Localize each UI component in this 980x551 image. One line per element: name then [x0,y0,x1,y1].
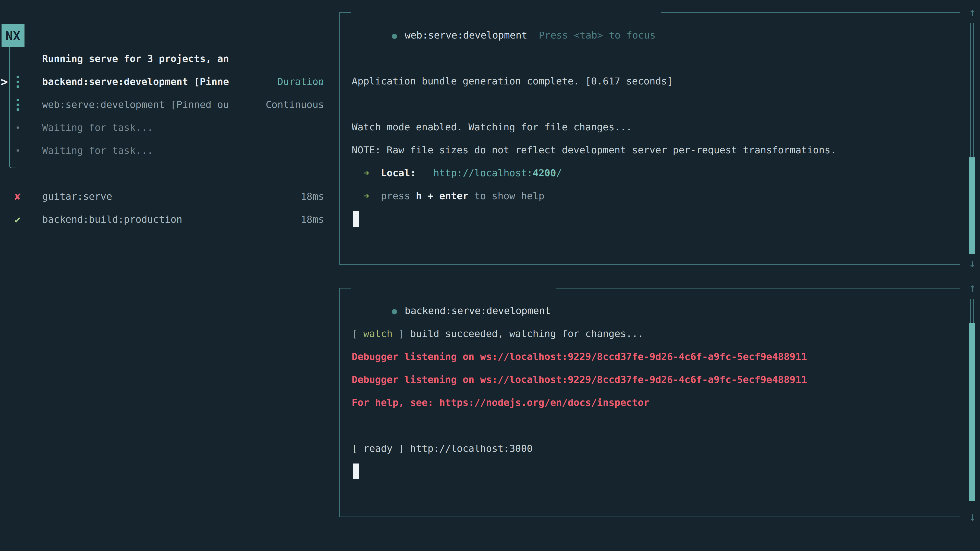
task-list-header: Running serve for 3 projects, an Duratio… [0,24,339,47]
terminal-text-segment [352,167,363,179]
terminal-text-segment: h + enter [416,190,469,202]
task-row[interactable]: ✘guitar:serve18ms [0,185,339,208]
terminal-text-segment: build succeeded, watching for changes... [410,328,644,339]
terminal-text-segment: http://localhost: [433,167,533,179]
terminal-cursor [353,464,359,479]
panel-title: ●web:serve:developmentPress <tab> to foc… [351,1,661,24]
focus-hint: Press <tab> to focus [539,30,655,41]
terminal-panel-web-serve[interactable]: ●web:serve:developmentPress <tab> to foc… [339,12,960,265]
terminal-text-segment: to show help [469,190,544,202]
task-row[interactable]: Waiting for task... [0,139,339,162]
scroll-down-icon[interactable]: ↓ [965,505,980,528]
scroll-up-icon[interactable]: ↑ [965,276,980,299]
spinner-dot [17,103,19,106]
task-duration: Continuous [266,93,324,116]
task-row[interactable]: web:serve:development [Pinned ouContinuo… [0,93,339,116]
failed-icon: ✘ [13,185,22,208]
terminal-text-segment: ➜ [363,190,369,202]
terminal-text-segment: 4200 [533,167,556,179]
terminal-line: NOTE: Raw file sizes do not reflect deve… [340,138,947,162]
terminal-text-segment: / [556,167,562,179]
terminal-line: ➜ press h + enter to show help [340,184,947,207]
waiting-dot [17,127,19,129]
task-list-title: Running serve for 3 projects, an [42,47,229,70]
spinner-dot [17,76,19,78]
terminal-line: Debugger listening on ws://localhost:922… [340,345,947,368]
scrollbar-track[interactable] [970,23,974,157]
task-duration: 18ms [301,208,324,231]
terminal-text-segment: Local: [381,167,416,179]
terminal-text-segment [416,167,434,179]
terminal-line: Debugger listening on ws://localhost:922… [340,368,947,391]
terminal-text-segment: For help, see: https://nodejs.org/en/doc… [352,397,649,408]
task-row[interactable]: Waiting for task... [0,116,339,139]
terminal-text-segment: watch [363,328,393,339]
waiting-icon [13,139,22,162]
scroll-down-icon[interactable]: ↓ [965,251,980,275]
terminal-line [340,460,947,483]
terminal-text-segment: ] [393,328,410,339]
terminal-line: For help, see: https://nodejs.org/en/doc… [340,391,947,414]
nx-tui-app: NX Running serve for 3 projects, an Dura… [0,0,980,551]
terminal-text-segment [369,167,381,179]
task-name: guitar:serve [42,185,112,208]
running-icon [13,93,22,116]
spinner-dot [17,99,19,101]
task-list-pane: NX Running serve for 3 projects, an Dura… [0,0,339,551]
task-name: web:serve:development [Pinned ou [42,93,229,116]
panel-title: ●backend:serve:development [351,276,556,299]
panel-title-text: web:serve:development [405,30,527,41]
success-icon: ✔ [13,208,22,231]
task-row[interactable]: ✔backend:build:production18ms [0,208,339,231]
task-row[interactable]: >backend:serve:development [Pinne... [0,70,339,93]
terminal-panel-backend-serve[interactable]: ●backend:serve:development [ watch ] bui… [339,288,960,517]
terminal-line [340,207,947,230]
terminal-text-segment: [ [352,328,363,339]
terminal-text-segment: ➜ [363,167,369,179]
terminal-text-segment: Debugger listening on ws://localhost:922… [352,374,807,385]
terminal-line: Watch mode enabled. Watching for file ch… [340,116,947,138]
selected-caret-icon: > [0,70,8,93]
panel-title-text: backend:serve:development [405,305,551,316]
terminal-line: Application bundle generation complete. … [340,70,947,93]
terminal-text-segment: Application bundle generation complete. … [352,76,673,87]
terminal-text-segment: Watch mode enabled. Watching for file ch… [352,121,632,133]
terminal-text-segment: Debugger listening on ws://localhost:922… [352,351,807,362]
task-name: backend:serve:development [Pinne [42,70,229,93]
scrollbar-thumb[interactable] [969,157,975,254]
spinner-dot [17,81,19,83]
running-icon [13,70,22,93]
task-name: backend:build:production [42,208,182,231]
task-duration: ... [307,70,324,93]
scrollbar-thumb[interactable] [969,323,975,501]
terminal-text-segment: press [381,190,416,202]
waiting-icon [13,116,22,139]
task-name: Waiting for task... [42,139,153,162]
terminal-line: [ watch ] build succeeded, watching for … [340,322,947,345]
terminal-text-segment: [ ready ] http://localhost:3000 [352,443,533,454]
terminal-text-segment [352,190,363,202]
terminal-text-segment: NOTE: Raw file sizes do not reflect deve… [352,144,836,156]
pager: ←1/1→ [13,529,99,551]
task-name: Waiting for task... [42,116,153,139]
spinner-dot [17,86,19,88]
scrollbar-track[interactable] [970,299,974,324]
terminal-line: ➜ Local: http://localhost:4200/ [340,162,947,184]
terminal-cursor [353,211,359,227]
spinner-dot [17,108,19,111]
scroll-up-icon[interactable]: ↑ [965,1,980,24]
running-bullet-icon: ● [392,30,397,41]
task-duration: 18ms [301,185,324,208]
terminal-text-segment [369,190,381,202]
terminal-line: [ ready ] http://localhost:3000 [340,437,947,460]
running-bullet-icon: ● [392,306,397,316]
status-bar: ←1/1→ quit:qhelp:? [0,506,339,529]
waiting-dot [17,149,19,151]
